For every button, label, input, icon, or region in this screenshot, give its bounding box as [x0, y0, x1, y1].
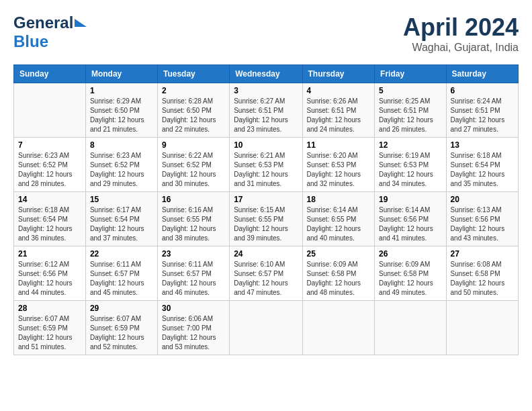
calendar-header-monday: Monday — [85, 65, 157, 83]
calendar-cell: 19Sunrise: 6:14 AM Sunset: 6:56 PM Dayli… — [375, 192, 446, 246]
calendar-cell: 21Sunrise: 6:12 AM Sunset: 6:56 PM Dayli… — [14, 246, 86, 301]
calendar-cell: 11Sunrise: 6:20 AM Sunset: 6:53 PM Dayli… — [302, 138, 375, 192]
calendar-cell: 3Sunrise: 6:27 AM Sunset: 6:51 PM Daylig… — [230, 83, 302, 138]
day-number: 17 — [234, 195, 298, 204]
day-number: 30 — [162, 304, 225, 313]
calendar-cell: 10Sunrise: 6:21 AM Sunset: 6:53 PM Dayli… — [230, 138, 302, 192]
day-number: 28 — [18, 304, 81, 313]
day-info: Sunrise: 6:15 AM Sunset: 6:55 PM Dayligh… — [234, 205, 298, 243]
calendar-cell: 9Sunrise: 6:22 AM Sunset: 6:52 PM Daylig… — [157, 138, 229, 192]
day-number: 6 — [451, 86, 514, 95]
calendar-cell: 27Sunrise: 6:08 AM Sunset: 6:58 PM Dayli… — [446, 246, 518, 301]
calendar-cell: 6Sunrise: 6:24 AM Sunset: 6:51 PM Daylig… — [446, 83, 518, 138]
day-info: Sunrise: 6:19 AM Sunset: 6:53 PM Dayligh… — [379, 151, 441, 189]
calendar-cell: 4Sunrise: 6:26 AM Sunset: 6:51 PM Daylig… — [302, 83, 375, 138]
day-info: Sunrise: 6:29 AM Sunset: 6:50 PM Dayligh… — [90, 97, 153, 134]
calendar-cell: 26Sunrise: 6:09 AM Sunset: 6:58 PM Dayli… — [375, 246, 446, 301]
day-number: 13 — [451, 140, 514, 150]
day-number: 12 — [379, 140, 441, 150]
calendar-header-thursday: Thursday — [302, 65, 375, 83]
day-info: Sunrise: 6:11 AM Sunset: 6:57 PM Dayligh… — [162, 260, 225, 298]
day-info: Sunrise: 6:14 AM Sunset: 6:55 PM Dayligh… — [307, 205, 371, 243]
day-info: Sunrise: 6:18 AM Sunset: 6:54 PM Dayligh… — [18, 205, 81, 243]
calendar-cell: 15Sunrise: 6:17 AM Sunset: 6:54 PM Dayli… — [85, 192, 157, 246]
day-number: 19 — [379, 195, 441, 204]
calendar-cell: 13Sunrise: 6:18 AM Sunset: 6:54 PM Dayli… — [446, 138, 518, 192]
day-number: 2 — [162, 86, 225, 95]
calendar-cell: 28Sunrise: 6:07 AM Sunset: 6:59 PM Dayli… — [14, 301, 86, 355]
calendar-cell: 23Sunrise: 6:11 AM Sunset: 6:57 PM Dayli… — [157, 246, 229, 301]
calendar-header-wednesday: Wednesday — [230, 65, 302, 83]
day-info: Sunrise: 6:28 AM Sunset: 6:50 PM Dayligh… — [162, 97, 225, 134]
calendar-header-saturday: Saturday — [446, 65, 518, 83]
day-info: Sunrise: 6:12 AM Sunset: 6:56 PM Dayligh… — [18, 260, 81, 298]
calendar-cell: 1Sunrise: 6:29 AM Sunset: 6:50 PM Daylig… — [85, 83, 157, 138]
logo: General Blue — [13, 13, 87, 51]
day-number: 15 — [90, 195, 153, 204]
logo-arrow-icon — [75, 19, 87, 27]
calendar-cell — [446, 301, 518, 355]
calendar-table: SundayMondayTuesdayWednesdayThursdayFrid… — [13, 64, 519, 355]
page-subtitle: Waghai, Gujarat, India — [403, 42, 519, 54]
calendar-header-sunday: Sunday — [14, 65, 86, 83]
day-info: Sunrise: 6:23 AM Sunset: 6:52 PM Dayligh… — [18, 151, 81, 189]
day-info: Sunrise: 6:27 AM Sunset: 6:51 PM Dayligh… — [234, 97, 298, 134]
day-info: Sunrise: 6:10 AM Sunset: 6:57 PM Dayligh… — [234, 260, 298, 298]
day-info: Sunrise: 6:08 AM Sunset: 6:58 PM Dayligh… — [451, 260, 514, 298]
calendar-cell: 14Sunrise: 6:18 AM Sunset: 6:54 PM Dayli… — [14, 192, 86, 246]
day-number: 5 — [379, 86, 441, 95]
calendar-cell: 24Sunrise: 6:10 AM Sunset: 6:57 PM Dayli… — [230, 246, 302, 301]
day-info: Sunrise: 6:13 AM Sunset: 6:56 PM Dayligh… — [451, 205, 514, 243]
day-info: Sunrise: 6:16 AM Sunset: 6:55 PM Dayligh… — [162, 205, 225, 243]
day-info: Sunrise: 6:14 AM Sunset: 6:56 PM Dayligh… — [379, 205, 441, 243]
calendar-cell: 29Sunrise: 6:07 AM Sunset: 6:59 PM Dayli… — [85, 301, 157, 355]
day-number: 16 — [162, 195, 225, 204]
calendar-cell: 30Sunrise: 6:06 AM Sunset: 7:00 PM Dayli… — [157, 301, 229, 355]
day-number: 26 — [379, 249, 441, 259]
day-info: Sunrise: 6:26 AM Sunset: 6:51 PM Dayligh… — [307, 97, 371, 134]
calendar-week-row: 1Sunrise: 6:29 AM Sunset: 6:50 PM Daylig… — [14, 83, 519, 138]
day-info: Sunrise: 6:21 AM Sunset: 6:53 PM Dayligh… — [234, 151, 298, 189]
calendar-week-row: 21Sunrise: 6:12 AM Sunset: 6:56 PM Dayli… — [14, 246, 519, 301]
calendar-cell — [302, 301, 375, 355]
day-number: 10 — [234, 140, 298, 150]
day-number: 1 — [90, 86, 153, 95]
logo-text-blue: Blue — [13, 32, 48, 51]
header: General Blue April 2024 Waghai, Gujarat,… — [13, 13, 519, 54]
day-info: Sunrise: 6:07 AM Sunset: 6:59 PM Dayligh… — [90, 314, 153, 352]
day-number: 14 — [18, 195, 81, 204]
day-info: Sunrise: 6:20 AM Sunset: 6:53 PM Dayligh… — [307, 151, 371, 189]
day-info: Sunrise: 6:17 AM Sunset: 6:54 PM Dayligh… — [90, 205, 153, 243]
day-number: 21 — [18, 249, 81, 259]
calendar-cell: 25Sunrise: 6:09 AM Sunset: 6:58 PM Dayli… — [302, 246, 375, 301]
calendar-header-tuesday: Tuesday — [157, 65, 229, 83]
day-number: 9 — [162, 140, 225, 150]
calendar-header-friday: Friday — [375, 65, 446, 83]
day-number: 29 — [90, 304, 153, 313]
day-number: 4 — [307, 86, 371, 95]
calendar-cell: 17Sunrise: 6:15 AM Sunset: 6:55 PM Dayli… — [230, 192, 302, 246]
day-info: Sunrise: 6:23 AM Sunset: 6:52 PM Dayligh… — [90, 151, 153, 189]
day-number: 22 — [90, 249, 153, 259]
calendar-cell: 12Sunrise: 6:19 AM Sunset: 6:53 PM Dayli… — [375, 138, 446, 192]
day-number: 18 — [307, 195, 371, 204]
calendar-cell — [230, 301, 302, 355]
logo-text-general: General — [13, 13, 73, 32]
calendar-cell: 22Sunrise: 6:11 AM Sunset: 6:57 PM Dayli… — [85, 246, 157, 301]
calendar-week-row: 14Sunrise: 6:18 AM Sunset: 6:54 PM Dayli… — [14, 192, 519, 246]
calendar-cell: 16Sunrise: 6:16 AM Sunset: 6:55 PM Dayli… — [157, 192, 229, 246]
calendar-cell: 20Sunrise: 6:13 AM Sunset: 6:56 PM Dayli… — [446, 192, 518, 246]
day-info: Sunrise: 6:18 AM Sunset: 6:54 PM Dayligh… — [451, 151, 514, 189]
calendar-cell — [375, 301, 446, 355]
calendar-cell — [14, 83, 86, 138]
day-info: Sunrise: 6:22 AM Sunset: 6:52 PM Dayligh… — [162, 151, 225, 189]
calendar-cell: 5Sunrise: 6:25 AM Sunset: 6:51 PM Daylig… — [375, 83, 446, 138]
day-number: 25 — [307, 249, 371, 259]
day-number: 3 — [234, 86, 298, 95]
day-info: Sunrise: 6:09 AM Sunset: 6:58 PM Dayligh… — [307, 260, 371, 298]
calendar-cell: 2Sunrise: 6:28 AM Sunset: 6:50 PM Daylig… — [157, 83, 229, 138]
calendar-week-row: 28Sunrise: 6:07 AM Sunset: 6:59 PM Dayli… — [14, 301, 519, 355]
calendar-cell: 18Sunrise: 6:14 AM Sunset: 6:55 PM Dayli… — [302, 192, 375, 246]
day-info: Sunrise: 6:09 AM Sunset: 6:58 PM Dayligh… — [379, 260, 441, 298]
day-number: 8 — [90, 140, 153, 150]
